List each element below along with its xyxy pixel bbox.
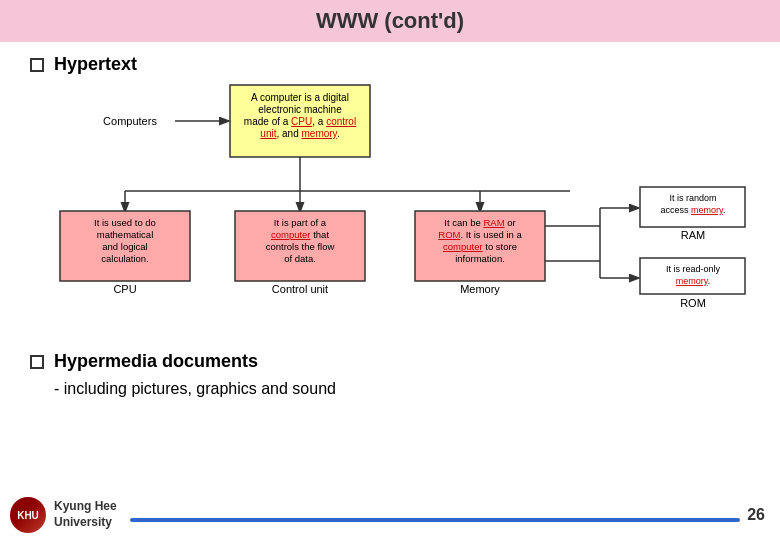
university-name-line1: Kyung Hee	[54, 499, 117, 515]
svg-text:and logical: and logical	[102, 241, 147, 252]
svg-text:unit, and memory.: unit, and memory.	[260, 128, 339, 139]
svg-text:It can be RAM or: It can be RAM or	[444, 217, 515, 228]
svg-text:CPU: CPU	[113, 283, 136, 295]
svg-text:calculation.: calculation.	[101, 253, 149, 264]
svg-text:information.: information.	[455, 253, 505, 264]
university-name-line2: University	[54, 515, 117, 531]
sub-bullet: - including pictures, graphics and sound	[54, 380, 750, 398]
hypertext-diagram: A computer is a digital electronic machi…	[30, 83, 750, 343]
svg-text:It is read-only: It is read-only	[666, 264, 721, 274]
svg-text:Memory: Memory	[460, 283, 500, 295]
svg-text:RAM: RAM	[681, 229, 705, 241]
diagram-svg: A computer is a digital electronic machi…	[30, 83, 750, 343]
sub-bullet-text: - including pictures, graphics and sound	[54, 380, 336, 397]
svg-text:ROM: ROM	[680, 297, 706, 309]
hypertext-label: Hypertext	[54, 54, 137, 75]
hypermedia-bullet: Hypermedia documents	[30, 351, 750, 372]
main-content: Hypertext A computer is a digital electr…	[0, 42, 780, 398]
svg-text:controls the flow: controls the flow	[266, 241, 335, 252]
svg-text:Control unit: Control unit	[272, 283, 328, 295]
svg-text:computer that: computer that	[271, 229, 329, 240]
svg-text:memory.: memory.	[676, 276, 710, 286]
svg-text:It is random: It is random	[669, 193, 716, 203]
svg-text:of data.: of data.	[284, 253, 316, 264]
footer-line	[130, 518, 740, 522]
hypertext-bullet: Hypertext	[30, 54, 750, 75]
university-name: Kyung Hee University	[54, 499, 117, 530]
svg-text:It is part of a: It is part of a	[274, 217, 327, 228]
logo-emblem: KHU	[10, 497, 46, 533]
bullet-icon-2	[30, 355, 44, 369]
svg-text:made of a CPU, a control: made of a CPU, a control	[244, 116, 356, 127]
svg-text:electronic machine: electronic machine	[258, 104, 342, 115]
svg-text:mathematical: mathematical	[97, 229, 154, 240]
svg-text:access memory.: access memory.	[661, 205, 726, 215]
svg-text:computer to store: computer to store	[443, 241, 517, 252]
title-text: WWW (cont'd)	[316, 8, 464, 33]
bullet-icon	[30, 58, 44, 72]
svg-text:Computers: Computers	[103, 115, 157, 127]
page-number: 26	[747, 506, 765, 524]
footer: KHU Kyung Hee University 26	[0, 490, 780, 540]
svg-text:It is used to do: It is used to do	[94, 217, 156, 228]
svg-text:A computer is a digital: A computer is a digital	[251, 92, 349, 103]
hypermedia-label: Hypermedia documents	[54, 351, 258, 372]
svg-text:ROM. It is used in a: ROM. It is used in a	[438, 229, 522, 240]
university-logo: KHU Kyung Hee University	[10, 497, 117, 533]
slide-title: WWW (cont'd)	[0, 0, 780, 42]
